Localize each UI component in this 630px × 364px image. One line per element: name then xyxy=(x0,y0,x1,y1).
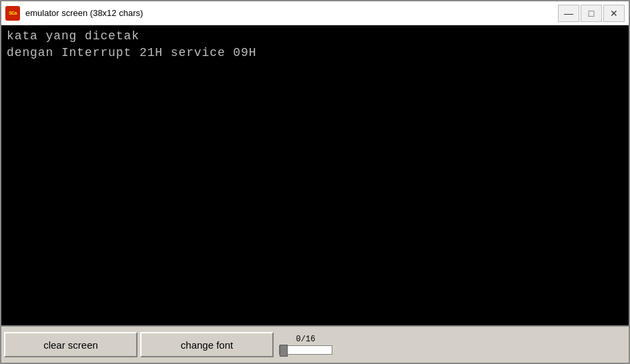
title-buttons: — □ ✕ xyxy=(558,5,625,22)
terminal-line-1: kata yang dicetak xyxy=(7,28,623,45)
change-font-button[interactable]: change font xyxy=(140,332,274,357)
maximize-button[interactable]: □ xyxy=(581,5,602,22)
window-title: emulator screen (38x12 chars) xyxy=(25,8,558,18)
title-bar: emulator screen (38x12 chars) — □ ✕ xyxy=(1,1,629,25)
bottom-bar: clear screen change font 0/16 xyxy=(1,325,629,363)
progress-cursor[interactable] xyxy=(280,345,288,357)
progress-label: 0/16 xyxy=(296,335,316,344)
close-button[interactable]: ✕ xyxy=(603,5,625,22)
main-window: emulator screen (38x12 chars) — □ ✕ kata… xyxy=(0,0,630,364)
terminal-line-2: dengan Interrupt 21H service 09H xyxy=(7,45,623,61)
progress-area: 0/16 xyxy=(279,335,332,355)
terminal-screen: kata yang dicetak dengan Interrupt 21H s… xyxy=(1,25,629,325)
minimize-button[interactable]: — xyxy=(558,5,579,22)
app-icon xyxy=(5,6,20,21)
progress-bar[interactable] xyxy=(279,345,332,355)
clear-screen-button[interactable]: clear screen xyxy=(4,332,137,357)
sci-icon xyxy=(5,6,20,21)
